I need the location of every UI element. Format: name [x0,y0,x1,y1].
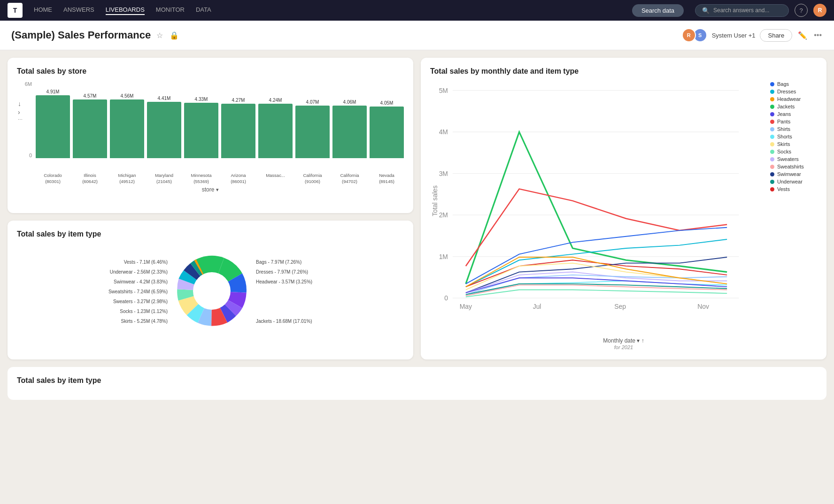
share-button[interactable]: Share [760,29,792,42]
favorite-button[interactable]: ☆ [155,30,164,41]
donut-chart-card: Total sales by item type Vests - 7.1M (6… [8,221,413,360]
donut-labels-left: Vests - 7.1M (6.46%) Underwear - 2.56M (… [108,257,168,326]
x-label-nevada: Nevada(89145) [370,160,404,184]
legend-sweatshirts: Sweatshirts [770,164,817,169]
legend-pants: Pants [770,119,817,124]
nav-liveboards[interactable]: LIVEBOARDS [106,6,145,15]
bars-container: 4.91M 4.57M 4.56M 4.41M 4.33M [36,81,404,158]
search-data-button[interactable]: Search data [632,4,684,17]
line-chart-svg: 5M 4M 3M 2M 1M 0 [430,81,763,332]
more-options-button[interactable]: ••• [813,30,823,40]
bar-maryland: 4.41M [147,81,181,158]
help-button[interactable]: ? [795,4,808,17]
bar-chart: 6M 0 4.91M 4.57M 4.56M 4.41M [17,81,404,184]
svg-text:Jul: Jul [533,303,541,310]
legend-vests: Vests [770,186,817,192]
title-section: (Sample) Sales Performance ☆ 🔒 [11,29,180,41]
x-label-california2: California(94702) [332,160,367,184]
x-label-colorado: Colorado(80301) [36,160,70,184]
svg-text:3M: 3M [439,170,448,177]
header-right: R S System User +1 Share ✏️ ••• [682,28,823,42]
x-label-massachusetts: Massac... [258,160,293,184]
sort-icon[interactable]: ↓ [18,100,23,107]
donut-labels-right: Bags - 7.97M (7.26%) Dresses - 7.97M (7.… [256,257,312,326]
svg-text:5M: 5M [439,87,448,94]
page-header: (Sample) Sales Performance ☆ 🔒 R S Syste… [0,21,834,50]
x-label-maryland: Maryland(21045) [147,160,181,184]
lock-button[interactable]: 🔒 [169,30,180,41]
bar-chart-title: Total sales by store [17,67,404,76]
bar-arizona: 4.27M [221,81,255,158]
bar-california-91006: 4.07M [295,81,330,158]
edit-button[interactable]: ✏️ [797,30,808,41]
legend-jeans: Jeans [770,111,817,117]
expand-icon[interactable]: › [18,108,23,116]
legend-shirts: Shirts [770,126,817,132]
nav-monitor[interactable]: MONITOR [156,6,185,15]
legend-sweaters: Sweaters [770,156,817,162]
nav-right-section: 🔍 Search answers and... ? R [695,4,826,17]
bar-chart-axis-label: store ▾ [17,186,404,193]
legend-jackets: Jackets [770,104,817,109]
donut-chart-title: Total sales by item type [17,230,404,238]
bottom-chart-title: Total sales by item type [17,376,817,385]
x-label-arizona: Arizona(86001) [221,160,255,184]
system-user-label: System User +1 [712,32,756,39]
bar-michigan: 4.56M [110,81,144,158]
nav-links: HOME ANSWERS LIVEBOARDS MONITOR DATA [34,6,621,15]
bottom-chart-card: Total sales by item type [8,367,826,400]
bar-colorado: 4.91M [36,81,70,158]
donut-visualization [170,244,254,338]
svg-text:Sep: Sep [614,303,626,310]
page-title: (Sample) Sales Performance [11,29,151,41]
x-label-illinois: Illinois(60642) [73,160,107,184]
legend-headwear: Headwear [770,96,817,102]
svg-point-17 [193,272,231,310]
legend-bags: Bags [770,81,817,87]
dashboard: Total sales by store 6M 0 4.91M 4.57M 4.… [0,50,834,367]
search-icon: 🔍 [702,7,710,14]
svg-text:0: 0 [444,294,448,302]
filter-icon-line[interactable]: ▾ [637,337,640,344]
bar-illinois: 4.57M [73,81,107,158]
bar-minnesota: 4.33M [184,81,218,158]
line-chart-title: Total sales by monthly date and item typ… [430,67,817,76]
legend-skirts: Skirts [770,141,817,147]
line-chart-legend: Bags Dresses Headwear Jackets Jeans [770,81,817,332]
sort-icon-line[interactable]: ↑ [641,337,644,344]
line-chart-x-axis-label: Monthly date ▾ ↑ for 2021 [430,332,817,350]
legend-shorts: Shorts [770,134,817,139]
line-chart-area: 5M 4M 3M 2M 1M 0 [430,81,817,332]
line-chart-note: for 2021 [430,344,817,350]
svg-text:4M: 4M [439,128,448,136]
x-label-california1: California(91006) [295,160,330,184]
bar-nevada: 4.05M [370,81,404,158]
x-axis: Colorado(80301) Illinois(60642) Michigan… [36,158,404,184]
nav-home[interactable]: HOME [34,6,52,15]
logo[interactable]: T [8,3,23,18]
avatar-r: R [682,28,696,42]
nav-data[interactable]: DATA [196,6,211,15]
bar-california-94702: 4.06M [332,81,367,158]
donut-chart-container: Vests - 7.1M (6.46%) Underwear - 2.56M (… [17,244,404,340]
filter-icon[interactable]: ▾ [216,187,219,193]
legend-swimwear: Swimwear [770,171,817,177]
bar-massachusetts: 4.24M [258,81,293,158]
line-chart-visualization: 5M 4M 3M 2M 1M 0 [430,81,763,332]
legend-socks: Socks [770,149,817,154]
bar-chart-card: Total sales by store 6M 0 4.91M 4.57M 4.… [8,58,413,213]
legend-dresses: Dresses [770,89,817,94]
nav-answers[interactable]: ANSWERS [63,6,94,15]
svg-text:May: May [460,303,472,310]
x-label-minnesota: Minnesota(55369) [184,160,218,184]
avatar-group: R S [682,28,707,42]
x-label-michigan: Michigan(49512) [110,160,144,184]
donut-svg-container [170,244,254,340]
svg-text:Total sales: Total sales [431,185,439,216]
legend-underwear: Underwear [770,179,817,184]
svg-text:1M: 1M [439,253,448,260]
chart-controls: ↓ › ⋯ [18,100,23,122]
more-icon[interactable]: ⋯ [18,117,23,122]
user-avatar[interactable]: R [813,4,826,17]
global-search[interactable]: 🔍 Search answers and... [695,4,789,17]
